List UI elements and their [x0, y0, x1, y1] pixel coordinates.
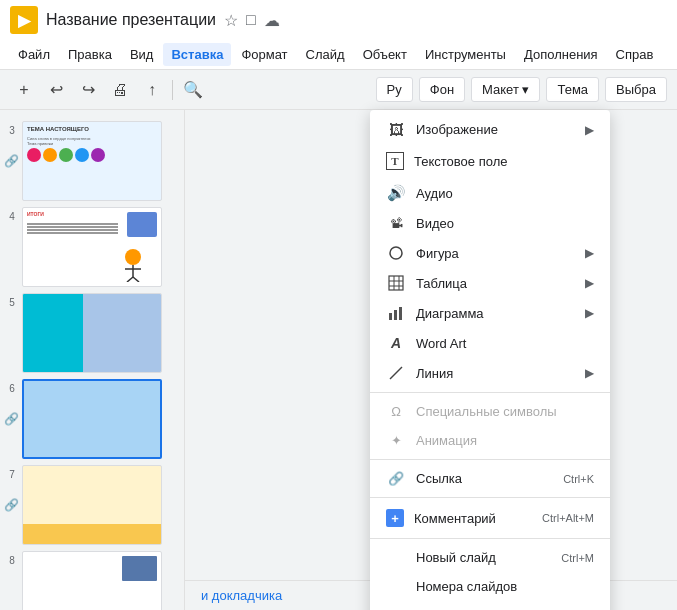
- line-label: Линия: [416, 366, 575, 381]
- animation-label: Анимация: [416, 433, 594, 448]
- undo-button[interactable]: ↩: [42, 76, 70, 104]
- cyan-rect: [23, 294, 83, 373]
- thumb3-title: ТЕМА НАСТОЯЩЕГО: [23, 122, 161, 136]
- divider-1: [370, 392, 610, 393]
- menu-edit[interactable]: Правка: [60, 43, 120, 66]
- menu-insert[interactable]: Вставка: [163, 43, 231, 66]
- menu-option-shape[interactable]: Фигура ▶: [370, 238, 610, 268]
- slide-item-6[interactable]: 6 🔗: [0, 376, 184, 462]
- menu-addons[interactable]: Дополнения: [516, 43, 606, 66]
- menu-option-image[interactable]: 🖼 Изображение ▶: [370, 114, 610, 145]
- video-label: Видео: [416, 216, 594, 231]
- table-arrow: ▶: [585, 276, 594, 290]
- new-slide-shortcut: Ctrl+M: [561, 552, 594, 564]
- chart-label: Диаграмма: [416, 306, 575, 321]
- menu-option-line[interactable]: Линия ▶: [370, 358, 610, 388]
- line-icon: [386, 365, 406, 381]
- menu-option-placeholder[interactable]: Метка-заполнитель ▶: [370, 601, 610, 610]
- divider-3: [370, 497, 610, 498]
- present-button[interactable]: Выбра: [605, 77, 667, 102]
- menu-bar: Файл Правка Вид Вставка Формат Слайд Объ…: [0, 40, 677, 70]
- thumb4-line3: [27, 229, 118, 231]
- format-paint-button[interactable]: ↑: [138, 76, 166, 104]
- menu-help[interactable]: Справ: [608, 43, 662, 66]
- fig2: [43, 148, 57, 162]
- line-arrow: ▶: [585, 366, 594, 380]
- fig3: [59, 148, 73, 162]
- redo-button[interactable]: ↪: [74, 76, 102, 104]
- layout-button[interactable]: Макет ▾: [471, 77, 540, 102]
- divider-2: [370, 459, 610, 460]
- fig1: [27, 148, 41, 162]
- svg-rect-6: [389, 276, 403, 290]
- menu-option-chart[interactable]: Диаграмма ▶: [370, 298, 610, 328]
- menu-slide[interactable]: Слайд: [298, 43, 353, 66]
- arrow-icon: ▶: [585, 123, 594, 137]
- menu-file[interactable]: Файл: [10, 43, 58, 66]
- menu-option-video[interactable]: 📽 Видео: [370, 209, 610, 238]
- print-button[interactable]: 🖨: [106, 76, 134, 104]
- menu-option-comment[interactable]: + Комментарий Ctrl+Alt+M: [370, 502, 610, 534]
- link-icon-6: 🔗: [4, 412, 19, 426]
- audio-label: Аудио: [416, 186, 594, 201]
- shape-arrow: ▶: [585, 246, 594, 260]
- menu-option-link[interactable]: 🔗 Ссылка Ctrl+K: [370, 464, 610, 493]
- menu-option-new-slide[interactable]: Новый слайд Ctrl+M: [370, 543, 610, 572]
- menu-option-slide-numbers[interactable]: Номера слайдов: [370, 572, 610, 601]
- link-icon-7: 🔗: [4, 498, 19, 512]
- image-label: Изображение: [416, 122, 575, 137]
- slide-num-4: 4: [6, 211, 18, 222]
- chart-arrow: ▶: [585, 306, 594, 320]
- slide-num-3: 3: [6, 125, 18, 136]
- slide-panel: 3 ТЕМА НАСТОЯЩЕГО Сила слова в сердце по…: [0, 110, 185, 610]
- menu-option-textbox[interactable]: T Текстовое поле: [370, 145, 610, 177]
- shape-icon: [386, 245, 406, 261]
- svg-rect-12: [394, 310, 397, 320]
- menu-tools[interactable]: Инструменты: [417, 43, 514, 66]
- slide-numbers-label: Номера слайдов: [416, 579, 594, 594]
- thumb4-img: [127, 212, 157, 237]
- slide-num-6: 6: [6, 383, 18, 394]
- new-slide-label: Новый слайд: [416, 550, 551, 565]
- slide-item-3[interactable]: 3 ТЕМА НАСТОЯЩЕГО Сила слова в сердце по…: [0, 118, 184, 204]
- menu-object[interactable]: Объект: [355, 43, 415, 66]
- title-icons: ☆ □ ☁: [224, 11, 280, 30]
- image-icon: 🖼: [386, 121, 406, 138]
- fig4: [75, 148, 89, 162]
- slide-thumb-6: [22, 379, 162, 459]
- table-label: Таблица: [416, 276, 575, 291]
- slide-item-7[interactable]: 7 🔗: [0, 462, 184, 548]
- animation-icon: ✦: [386, 433, 406, 448]
- canvas-area: 🖼 Изображение ▶ T Текстовое поле 🔊 Аудио…: [185, 110, 677, 610]
- menu-view[interactable]: Вид: [122, 43, 162, 66]
- add-button[interactable]: +: [10, 76, 38, 104]
- main-area: 3 ТЕМА НАСТОЯЩЕГО Сила слова в сердце по…: [0, 110, 677, 610]
- folder-icon[interactable]: □: [246, 11, 256, 30]
- wordart-icon: A: [386, 335, 406, 351]
- theme-button[interactable]: Тема: [546, 77, 599, 102]
- toolbar-right: Py Фон Макет ▾ Тема Выбра: [376, 77, 667, 102]
- slide-num-7: 7: [6, 469, 18, 480]
- menu-option-audio[interactable]: 🔊 Аудио: [370, 177, 610, 209]
- python-button[interactable]: Py: [376, 77, 413, 102]
- app-icon: ▶: [10, 6, 38, 34]
- svg-rect-11: [389, 313, 392, 320]
- presentation-title[interactable]: Название презентации: [46, 11, 216, 29]
- toolbar-separator: [172, 80, 173, 100]
- thumb3-figures: [23, 146, 161, 164]
- menu-format[interactable]: Формат: [233, 43, 295, 66]
- slide-thumb-4: ИТОГИ: [22, 207, 162, 287]
- cloud-icon[interactable]: ☁: [264, 11, 280, 30]
- table-icon: [386, 275, 406, 291]
- background-button[interactable]: Фон: [419, 77, 465, 102]
- star-icon[interactable]: ☆: [224, 11, 238, 30]
- slide-item-4[interactable]: 4 ИТОГИ: [0, 204, 184, 290]
- menu-option-table[interactable]: Таблица ▶: [370, 268, 610, 298]
- special-chars-label: Специальные символы: [416, 404, 594, 419]
- menu-option-wordart[interactable]: A Word Art: [370, 328, 610, 358]
- slide-item-8[interactable]: 8: [0, 548, 184, 610]
- slide-num-5: 5: [6, 297, 18, 308]
- slide-item-5[interactable]: 5: [0, 290, 184, 376]
- zoom-button[interactable]: 🔍: [179, 76, 207, 104]
- chart-icon: [386, 305, 406, 321]
